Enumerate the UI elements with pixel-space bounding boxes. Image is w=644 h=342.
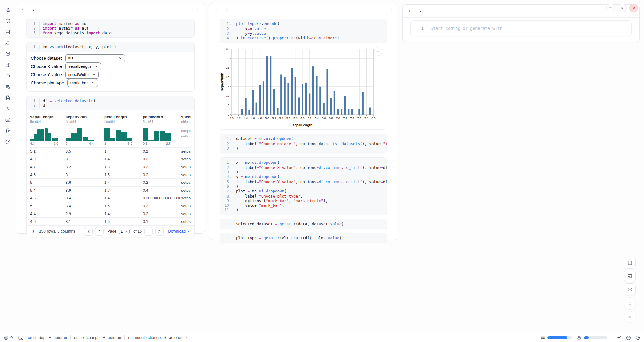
download-button[interactable]: Download bbox=[168, 229, 191, 233]
sidebar-item-chat[interactable] bbox=[5, 73, 11, 79]
close-panel-button[interactable] bbox=[629, 4, 638, 12]
sidebar-item-notebook[interactable] bbox=[5, 128, 11, 134]
column-forward-button[interactable] bbox=[224, 8, 229, 12]
sidebar-item-dependency-graph[interactable] bbox=[5, 40, 11, 46]
selected-dataset-cell[interactable]: 1selected_dataset = getattr(data, datase… bbox=[220, 219, 387, 229]
terminal-button[interactable] bbox=[18, 335, 23, 340]
sidebar-item-packages[interactable] bbox=[5, 51, 11, 57]
last-page-button[interactable] bbox=[155, 227, 164, 236]
svg-text:0: 0 bbox=[228, 113, 229, 116]
column-back-button[interactable] bbox=[407, 9, 412, 13]
chevron-down-icon bbox=[184, 336, 187, 339]
choose-plot-type-select[interactable]: mark_bar bbox=[67, 79, 98, 87]
plot-type-cell[interactable]: 1plot_type = getattr(alt.Chart(df), plot… bbox=[220, 233, 387, 243]
column-back-button[interactable] bbox=[214, 8, 219, 12]
column-back-button[interactable] bbox=[21, 8, 25, 12]
add-cell-button[interactable] bbox=[389, 8, 393, 12]
menu-button[interactable] bbox=[606, 4, 615, 12]
sidebar-item-file-explorer[interactable] bbox=[5, 7, 11, 13]
first-page-button[interactable] bbox=[84, 227, 93, 236]
column-forward-button[interactable] bbox=[31, 8, 36, 12]
notebook-icon bbox=[5, 128, 11, 134]
column-header-petalLength[interactable]: petalLengthfloat6416.9 bbox=[104, 113, 142, 147]
connection-status-icon[interactable] bbox=[635, 335, 640, 340]
next-page-button[interactable] bbox=[144, 227, 153, 236]
table-row[interactable]: 53.41.50.2setosa bbox=[30, 202, 191, 210]
table-row[interactable]: 5.43.91.70.4setosa bbox=[30, 186, 191, 194]
code-line: 2 x=x.value, bbox=[220, 27, 385, 31]
error-count: 0 bbox=[10, 335, 13, 340]
documentation-icon bbox=[5, 95, 11, 101]
table-row[interactable]: 4.931.40.2setosa bbox=[30, 155, 191, 163]
vstack-cell[interactable]: 1mo.vstack([dataset, x, y, plot]) Choose… bbox=[27, 42, 194, 91]
svg-text:6.8: 6.8 bbox=[329, 116, 333, 120]
middle-column-header bbox=[209, 3, 398, 16]
choose-y-value-select[interactable]: sepalWidth bbox=[65, 71, 99, 79]
runtime-config-item[interactable]: on cell change:autorun bbox=[74, 335, 121, 340]
table-row[interactable]: 4.42.91.40.2setosa bbox=[30, 210, 191, 218]
table-row[interactable]: 4.73.21.30.2setosa bbox=[30, 163, 191, 171]
runtime-config-item[interactable]: on module change:autorun bbox=[128, 335, 187, 340]
table-row[interactable]: 4.63.11.50.2setosa bbox=[30, 171, 191, 179]
column-header-petalWidth[interactable]: petalWidthfloat640.12.5 bbox=[142, 113, 181, 147]
table-footer: 150 rows, 5 columns Page 1 of 15 Downloa… bbox=[27, 225, 194, 237]
ai-sparkles-icon[interactable] bbox=[617, 335, 621, 340]
chevron-down-icon bbox=[92, 73, 96, 76]
altair-bar-chart[interactable]: 051015202530354.04.24.44.64.85.05.25.45.… bbox=[220, 45, 387, 128]
code-line: 1import marimo as mo bbox=[27, 21, 192, 26]
table-row[interactable]: 5.13.51.40.2setosa bbox=[30, 147, 191, 155]
sidebar-item-snippets[interactable] bbox=[5, 117, 11, 123]
choose-dataset-select[interactable]: iris bbox=[65, 54, 125, 62]
column-header-sepalLength[interactable]: sepalLengthfloat644.37.9 bbox=[30, 113, 65, 147]
svg-text:30: 30 bbox=[226, 57, 230, 60]
table-row[interactable]: 4.93.11.50.1setosa bbox=[30, 217, 191, 225]
page-select[interactable]: 1 bbox=[119, 229, 130, 234]
add-cell-button[interactable] bbox=[195, 8, 200, 12]
command-palette-button[interactable] bbox=[624, 283, 636, 295]
stop-button[interactable] bbox=[624, 297, 636, 310]
generate-link[interactable]: generate bbox=[470, 26, 490, 31]
column-histogram bbox=[104, 127, 132, 141]
chart-menu-button[interactable] bbox=[374, 47, 383, 56]
empty-code-cell[interactable]: 1 Start coding or generate with bbox=[411, 21, 631, 36]
errors-indicator[interactable]: 0 bbox=[4, 335, 13, 340]
control-label: Choose Y value bbox=[31, 72, 62, 77]
imports-cell[interactable]: 1import marimo as mo2import altair as al… bbox=[27, 19, 194, 37]
sidebar-item-scratchpad[interactable] bbox=[5, 62, 11, 68]
svg-text:6.0: 6.0 bbox=[300, 116, 304, 120]
layout-button[interactable] bbox=[624, 270, 636, 282]
column-header-species[interactable]: speciesobjectunique:nulls: bbox=[181, 113, 191, 147]
settings-button[interactable] bbox=[618, 4, 627, 12]
sidebar-item-help[interactable] bbox=[5, 139, 11, 144]
svg-text:25: 25 bbox=[226, 66, 230, 69]
plot-cell[interactable]: 1⌄plot_type().encode(2 x=x.value,3 y=y.v… bbox=[220, 19, 387, 129]
code-line: 9 options=["mark_bar", "mark_circle"], bbox=[220, 198, 385, 203]
sidebar-item-helper-functions[interactable] bbox=[5, 18, 11, 24]
save-button[interactable] bbox=[624, 257, 636, 269]
table-header-row: sepalLengthfloat644.37.9sepalWidthfloat6… bbox=[30, 113, 191, 147]
table-row[interactable]: 4.63.41.40.30000000000000004setosa bbox=[30, 194, 191, 202]
sidebar-item-datasources[interactable] bbox=[5, 29, 11, 35]
sidebar-item-tracing[interactable] bbox=[5, 106, 11, 112]
prev-page-button[interactable] bbox=[95, 227, 104, 236]
sidebar-item-documentation[interactable] bbox=[5, 95, 11, 101]
svg-text:5.6: 5.6 bbox=[286, 116, 290, 120]
xy-plot-dropdowns-cell[interactable]: 1⌄x = mo.ui.dropdown(2 label="Choose X v… bbox=[220, 158, 387, 215]
layout-icon bbox=[627, 273, 633, 279]
column-forward-button[interactable] bbox=[418, 9, 422, 13]
choose-x-value-select[interactable]: sepalLength bbox=[65, 62, 101, 70]
search-icon[interactable] bbox=[30, 229, 35, 233]
dataset-dropdown-cell[interactable]: 1⌄dataset = mo.ui.dropdown(2 label="Choo… bbox=[220, 134, 387, 153]
dataframe-cell[interactable]: 1df = selected_dataset()2df sepalLengthf… bbox=[27, 96, 194, 237]
table-row[interactable]: 53.61.40.2setosa bbox=[30, 178, 191, 186]
status-bar: 0 on startup:autorunon cell change:autor… bbox=[0, 333, 644, 342]
run-button[interactable] bbox=[624, 311, 636, 323]
runtime-config-item[interactable]: on startup:autorun bbox=[28, 335, 67, 340]
page-label: Page bbox=[107, 229, 116, 233]
column-header-sepalWidth[interactable]: sepalWidthfloat6424.4 bbox=[65, 113, 104, 147]
copilot-icon[interactable] bbox=[626, 335, 631, 340]
help-icon bbox=[5, 139, 11, 144]
sidebar-item-logs[interactable] bbox=[5, 84, 11, 90]
svg-text:sepalWidth: sepalWidth bbox=[220, 73, 224, 91]
svg-text:sepalLength: sepalLength bbox=[293, 123, 313, 127]
